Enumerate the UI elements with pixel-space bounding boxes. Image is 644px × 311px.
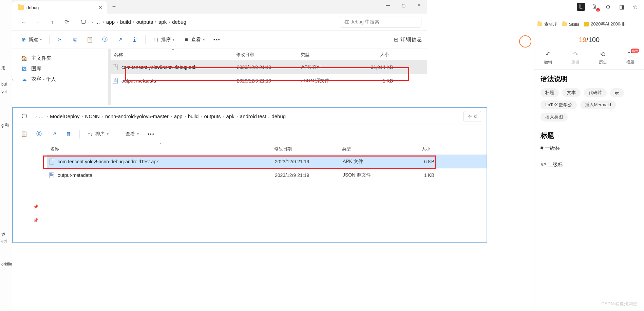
minimize-button[interactable]: — [380, 0, 396, 11]
bookmark-folder[interactable]: Skills [562, 22, 579, 27]
copy-button[interactable]: ⧉ [69, 35, 81, 45]
file-icon [48, 158, 55, 165]
search-input[interactable]: 在 debug 中搜索 [340, 17, 421, 28]
new-tab-button[interactable]: + [107, 0, 121, 14]
bookmark-page[interactable]: 2020年AI 2000排 [584, 21, 625, 27]
extensions-icon[interactable]: ⚙ [604, 3, 612, 11]
share-button[interactable]: ↗ [113, 35, 126, 45]
delete-button-2[interactable]: 🗑 [62, 129, 75, 139]
tag[interactable]: 标题 [541, 88, 559, 97]
search-input-2[interactable]: 在 d [463, 111, 481, 122]
col-size[interactable]: 大小 [396, 146, 434, 152]
maximize-button[interactable]: ▢ [396, 0, 411, 11]
toolbar: ⊕新建▾ ✂ ⧉ 📋 ⓐ ↗ 🗑 ↑↓排序▾ ≡查看▾ ••• ⊟详细信息 [12, 31, 427, 49]
col-size[interactable]: 大小 [355, 52, 392, 58]
crumb-debug[interactable]: debug [172, 19, 186, 25]
close-button[interactable]: ✕ [411, 0, 427, 11]
close-icon[interactable]: ✕ [98, 5, 102, 10]
undo-button[interactable]: ↶撤销 [544, 51, 552, 65]
window-controls: — ▢ ✕ [380, 0, 427, 11]
details-icon: ⊟ [394, 36, 398, 43]
file-name: com.tencent.yolov5ncnn-debug.apk [121, 65, 233, 70]
col-name[interactable]: 名称 [47, 146, 271, 152]
crumb-outputs[interactable]: outputs [136, 19, 153, 25]
details-button[interactable]: ⊟详细信息 [394, 36, 422, 43]
breadcrumb-more-2[interactable]: … [39, 113, 44, 119]
tag[interactable]: 表 [610, 88, 624, 97]
tab-debug[interactable]: debug ✕ [12, 1, 107, 14]
tag[interactable]: LaTeX 数学公 [541, 100, 577, 109]
share-button-2[interactable]: ↗ [48, 129, 60, 139]
crumb-app[interactable]: app [106, 19, 115, 25]
cloud-icon: ☁ [21, 76, 27, 83]
paste-button-2[interactable]: 📋 [18, 129, 31, 139]
view-button-2[interactable]: ≡查看▾ [114, 129, 142, 139]
sort-button[interactable]: ↑↓排序▾ [150, 35, 178, 45]
col-date[interactable]: 修改日期 [233, 52, 297, 58]
cut-button[interactable]: ✂ [54, 35, 67, 45]
file-row[interactable]: output-metadata 2023/12/9 21:19 JSON 源文件… [47, 168, 487, 182]
file-date: 2023/12/9 21:19 [271, 159, 339, 164]
columns-header[interactable]: ⌃ 名称 修改日期 类型 大小 [111, 49, 427, 60]
ext-icon-2[interactable]: 🗓 [590, 3, 599, 11]
sidebar-icon[interactable]: ◨ [618, 3, 626, 11]
explorer-window-1: debug ✕ + — ▢ ✕ ← → ↑ ⟳ 🖵 › … › app› bui… [12, 0, 427, 105]
sidebar-home[interactable]: 🏠主文件夹 [18, 53, 105, 63]
share-icon: ↗ [117, 37, 123, 43]
accent-circle[interactable] [519, 35, 531, 48]
delete-button[interactable]: 🗑 [128, 35, 141, 45]
pin-icon[interactable]: 📌 [33, 218, 38, 223]
crumb-apk[interactable]: apk [158, 19, 167, 25]
sort-button-2[interactable]: ↑↓排序▾ [84, 129, 112, 139]
template-button[interactable]: ☷模版new [626, 51, 634, 65]
ext-icon-1[interactable]: L [577, 3, 585, 11]
expand-caret[interactable]: › [12, 78, 14, 83]
tag[interactable]: 插入类图 [541, 113, 568, 122]
view-icon: ≡ [183, 37, 189, 43]
rename-button-2[interactable]: ⓐ [33, 129, 45, 139]
refresh-button[interactable]: ⟳ [60, 16, 73, 28]
history-button[interactable]: ⟲历史 [599, 51, 607, 65]
tag[interactable]: 插入Mermaid [580, 100, 616, 109]
monitor-icon-2[interactable]: 🖵 [18, 110, 31, 123]
file-row[interactable]: com.tencent.yolov5ncnn-debug-androidTest… [47, 155, 487, 168]
file-name: output-metadata [121, 78, 233, 84]
rename-button[interactable]: ⓐ [98, 35, 111, 45]
crumb-build[interactable]: build [120, 19, 131, 25]
breadcrumb: 🖵 › … › app› build› outputs› apk› debug [75, 16, 338, 28]
redo-button[interactable]: ↷重做 [571, 51, 580, 65]
tag[interactable]: 文本 [562, 88, 581, 97]
tab-title: debug [26, 5, 96, 10]
folder-icon [18, 5, 24, 10]
sidebar-resize[interactable] [108, 49, 111, 105]
columns-header-2[interactable]: ⌃ 名称 修改日期 类型 大小 [47, 143, 487, 155]
back-button[interactable]: ← [18, 16, 30, 28]
monitor-icon[interactable]: 🖵 [77, 16, 90, 28]
more-button[interactable]: ••• [210, 35, 224, 44]
bookmark-folder[interactable]: 素材库 [537, 21, 557, 27]
new-button[interactable]: ⊕新建▾ [17, 35, 45, 45]
up-button[interactable]: ↑ [46, 16, 58, 28]
file-name: output-metadata [58, 172, 271, 178]
h1-example: # 一级标 [541, 145, 638, 151]
navbar: ← → ↑ ⟳ 🖵 › … › app› build› outputs› apk… [12, 14, 427, 31]
breadcrumb-more[interactable]: … [95, 19, 101, 25]
tag[interactable]: 代码片 [584, 88, 607, 97]
paste-button[interactable]: 📋 [83, 35, 96, 45]
col-type[interactable]: 类型 [339, 146, 396, 152]
col-date[interactable]: 修改日期 [271, 146, 339, 152]
file-date: 2023/12/9 21:19 [271, 172, 339, 178]
more-button-2[interactable]: ••• [144, 129, 158, 139]
sidebar-gallery[interactable]: 🖼图库 [18, 63, 105, 74]
file-row[interactable]: output-metadata 2023/12/9 21:19 JSON 源文件… [111, 74, 427, 88]
pin-icon[interactable]: 📌 [33, 204, 38, 209]
plus-icon: ⊕ [20, 37, 26, 43]
col-name[interactable]: 名称 [111, 52, 233, 58]
sidebar-onedrive[interactable]: ☁衣客 - 个人 [18, 74, 105, 85]
file-row[interactable]: com.tencent.yolov5ncnn-debug.apk 2023/12… [111, 60, 427, 74]
view-button[interactable]: ≡查看▾ [180, 35, 208, 45]
star-icon[interactable]: ☆ [631, 3, 639, 11]
col-type[interactable]: 类型 [297, 52, 355, 58]
forward-button[interactable]: → [32, 16, 44, 28]
trash-icon: 🗑 [66, 131, 72, 137]
